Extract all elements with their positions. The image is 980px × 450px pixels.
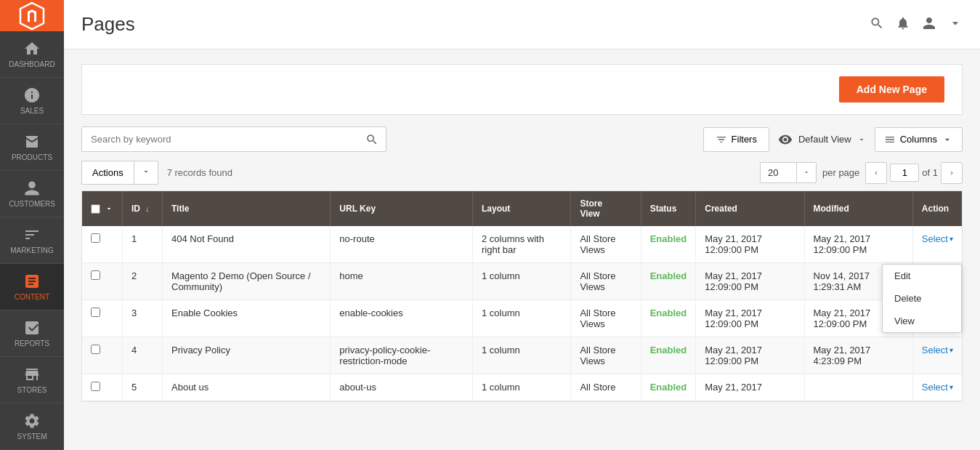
sidebar-item-customers[interactable]: CUSTOMERS bbox=[0, 171, 64, 217]
action-link-wrap: Select ▾ bbox=[922, 345, 953, 355]
row-url-key: about-us bbox=[331, 374, 473, 401]
actions-select: Actions bbox=[81, 161, 158, 185]
sidebar-item-label: REPORTS bbox=[15, 339, 49, 347]
pagination-next-button[interactable] bbox=[941, 162, 963, 184]
row-checkbox-cell bbox=[82, 226, 123, 263]
row-action: Select ▾ bbox=[912, 337, 962, 374]
per-page-label: per page bbox=[822, 167, 859, 178]
row-id: 4 bbox=[123, 337, 163, 374]
th-action: Action bbox=[912, 191, 962, 226]
action-select-link[interactable]: Select bbox=[922, 345, 948, 355]
sidebar-item-label: DASHBOARD bbox=[9, 60, 54, 68]
page-number-input[interactable] bbox=[890, 164, 919, 182]
sidebar-logo[interactable] bbox=[0, 0, 64, 31]
row-checkbox[interactable] bbox=[91, 382, 100, 391]
header-notification-button[interactable] bbox=[896, 16, 910, 33]
sidebar-item-stores[interactable]: STORES bbox=[0, 357, 64, 403]
filter-right: Filters Default View Columns bbox=[703, 127, 963, 152]
th-id-label: ID bbox=[131, 204, 140, 214]
th-id[interactable]: ID ↓ bbox=[123, 191, 163, 226]
row-title: 404 Not Found bbox=[163, 226, 331, 263]
row-checkbox[interactable] bbox=[91, 233, 100, 243]
select-all-checkbox[interactable] bbox=[91, 204, 100, 214]
sidebar-item-dashboard[interactable]: DASHBOARD bbox=[0, 31, 64, 78]
row-status: Enabled bbox=[641, 263, 696, 300]
row-layout: 2 columns with right bar bbox=[472, 226, 570, 263]
th-modified: Modified bbox=[804, 191, 912, 226]
row-modified bbox=[804, 374, 912, 401]
sidebar-item-label: STORES bbox=[17, 386, 47, 394]
row-id: 5 bbox=[123, 374, 163, 401]
search-submit-button[interactable] bbox=[357, 126, 386, 152]
add-new-page-button[interactable]: Add New Page bbox=[839, 76, 944, 103]
row-id: 3 bbox=[123, 300, 163, 337]
row-created: May 21, 2017 12:09:00 PM bbox=[696, 226, 804, 263]
pages-table: ID ↓ Title URL Key Layout StoreView Stat… bbox=[81, 190, 963, 402]
table-row: 1 404 Not Found no-route 2 columns with … bbox=[82, 226, 962, 263]
sidebar-item-reports[interactable]: REPORTS bbox=[0, 310, 64, 357]
action-select-link[interactable]: Select bbox=[922, 382, 948, 393]
table-row: 5 About us about-us 1 column All Store E… bbox=[82, 374, 962, 401]
action-chevron[interactable]: ▾ bbox=[949, 235, 953, 243]
row-checkbox-cell bbox=[82, 300, 123, 337]
row-store-view: All Store Views bbox=[571, 337, 641, 374]
actions-dropdown-button[interactable] bbox=[134, 161, 158, 185]
row-layout: 1 column bbox=[472, 300, 570, 337]
row-layout: 1 column bbox=[472, 337, 570, 374]
columns-button[interactable]: Columns bbox=[875, 127, 963, 152]
row-modified: May 21, 2017 12:09:00 PM bbox=[804, 226, 912, 263]
records-found: 7 records found bbox=[167, 167, 232, 178]
sidebar-item-system[interactable]: SYSTEM bbox=[0, 403, 64, 450]
sidebar-item-marketing[interactable]: MARKETING bbox=[0, 217, 64, 264]
header-menu-chevron[interactable] bbox=[948, 16, 963, 33]
pagination-prev-button[interactable] bbox=[865, 162, 887, 184]
actions-button[interactable]: Actions bbox=[81, 161, 134, 185]
header-search-button[interactable] bbox=[870, 16, 884, 33]
row-action: Select ▾ bbox=[912, 226, 962, 263]
row-checkbox[interactable] bbox=[91, 308, 100, 317]
content-area: Add New Page Filters Default View bbox=[64, 49, 980, 450]
default-view-label: Default View bbox=[798, 134, 851, 145]
table-header-row: ID ↓ Title URL Key Layout StoreView Stat… bbox=[82, 191, 962, 226]
row-checkbox-cell bbox=[82, 263, 123, 300]
search-input[interactable] bbox=[81, 126, 386, 152]
sidebar-item-content[interactable]: CONTENT bbox=[0, 264, 64, 310]
dropdown-item-edit[interactable]: Edit bbox=[883, 265, 961, 287]
action-link-wrap: Select ▾ bbox=[922, 233, 953, 244]
row-checkbox[interactable] bbox=[91, 270, 100, 280]
table-row: 3 Enable Cookies enable-cookies 1 column… bbox=[82, 300, 962, 337]
main-content: Pages Add New Page bbox=[64, 0, 980, 450]
sidebar-item-label: PRODUCTS bbox=[12, 153, 52, 161]
default-view-select[interactable]: Default View bbox=[778, 132, 866, 147]
row-store-view: All Store Views bbox=[571, 263, 641, 300]
header-user-button[interactable] bbox=[922, 16, 936, 33]
action-chevron[interactable]: ▾ bbox=[949, 383, 953, 391]
columns-label: Columns bbox=[900, 134, 937, 145]
row-status: Enabled bbox=[641, 374, 696, 401]
row-status: Enabled bbox=[641, 226, 696, 263]
dropdown-item-view[interactable]: View bbox=[883, 310, 961, 332]
per-page-dropdown-button[interactable] bbox=[796, 162, 817, 183]
sidebar-item-label: CUSTOMERS bbox=[9, 200, 55, 208]
action-select-link[interactable]: Select bbox=[922, 233, 948, 244]
filters-button[interactable]: Filters bbox=[703, 127, 769, 152]
sidebar-item-products[interactable]: PRODUCTS bbox=[0, 124, 64, 171]
row-layout: 1 column bbox=[472, 374, 570, 401]
action-chevron[interactable]: ▾ bbox=[949, 346, 953, 354]
row-layout: 1 column bbox=[472, 263, 570, 300]
th-status: Status bbox=[641, 191, 696, 226]
page-header: Pages bbox=[64, 0, 980, 49]
page-of-label: of 1 bbox=[922, 167, 938, 178]
action-link-wrap: Select ▾ bbox=[922, 382, 953, 393]
row-title: About us bbox=[163, 374, 331, 401]
row-checkbox-cell bbox=[82, 374, 123, 401]
row-url-key: enable-cookies bbox=[331, 300, 473, 337]
dropdown-item-delete[interactable]: Delete bbox=[883, 287, 961, 310]
page-title: Pages bbox=[81, 13, 135, 36]
row-title: Enable Cookies bbox=[163, 300, 331, 337]
row-checkbox-cell bbox=[82, 337, 123, 374]
th-store-view: StoreView bbox=[571, 191, 641, 226]
row-checkbox[interactable] bbox=[91, 345, 100, 354]
per-page-select: 20 bbox=[760, 162, 817, 183]
sidebar-item-sales[interactable]: SALES bbox=[0, 78, 64, 124]
